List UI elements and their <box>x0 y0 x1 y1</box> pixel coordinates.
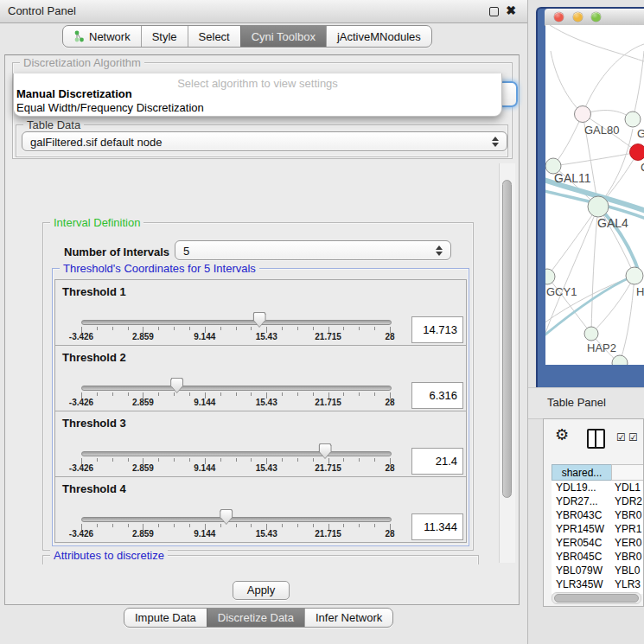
table-row[interactable]: YBL079WYBL0 <box>552 564 643 577</box>
threshold-slider[interactable] <box>81 386 392 391</box>
threshold-slider[interactable] <box>81 451 392 456</box>
threshold-row: Threshold 1 -3.4262.8599.14415.4321.7152… <box>54 279 467 346</box>
table-data-selected-value: galFiltered.sif default node <box>30 136 162 149</box>
slider-tick-label: 2.859 <box>132 529 154 539</box>
gear-icon[interactable]: ⚙ <box>555 425 569 443</box>
threshold-slider[interactable] <box>81 320 392 325</box>
slider-tick-label: 2.859 <box>132 398 154 407</box>
slider-tick-label: 9.144 <box>194 529 215 539</box>
table-row[interactable]: YDR27...YDR2 <box>552 494 643 508</box>
tab-cyni-toolbox[interactable]: Cyni Toolbox <box>240 26 326 47</box>
checkbox-icon[interactable]: ☑ <box>616 431 626 443</box>
threshold-rows: Threshold 1 -3.4262.8599.14415.4321.7152… <box>54 280 467 543</box>
checkbox-icon[interactable]: ☑ <box>628 431 638 443</box>
cell-shared-name: YPR145W <box>556 522 604 536</box>
network-node-top-right[interactable] <box>625 112 641 127</box>
table-panel-title: Table Panel <box>547 396 606 409</box>
slider-thumb[interactable] <box>253 312 266 328</box>
tab-label: Discretize Data <box>218 611 294 624</box>
combo-arrows-icon <box>492 136 499 148</box>
slider-tick-label: 28 <box>385 398 394 407</box>
tab-jactivemnodules[interactable]: jActiveMNodules <box>326 26 431 47</box>
threshold-row: Threshold 2 -3.4262.8599.14415.4321.7152… <box>54 345 467 411</box>
slider-tick-label: 15.43 <box>256 398 277 407</box>
table-row[interactable]: YBR045CYBR0 <box>552 550 643 564</box>
cell-name: YDR2 <box>615 494 642 508</box>
table-data-group-title: Table Data <box>23 118 84 131</box>
scrollbar-thumb[interactable] <box>502 180 512 498</box>
cyni-toolbox-panel: Discretization Algorithm Select algorith… <box>4 54 520 605</box>
float-window-icon[interactable] <box>489 7 499 16</box>
tab-infer-network[interactable]: Infer Network <box>304 609 392 627</box>
slider-tick-label: -3.426 <box>69 463 93 473</box>
number-of-intervals-label: Number of Intervals <box>64 245 169 258</box>
close-icon[interactable]: ✖ <box>506 3 516 17</box>
network-node-bottom-node[interactable] <box>612 355 628 365</box>
minimize-light-icon[interactable] <box>573 12 583 22</box>
cell-shared-name: YBR045C <box>556 550 602 564</box>
cell-shared-name: YDL19... <box>556 481 596 494</box>
table-row[interactable]: YBR043CYBR0 <box>552 508 643 522</box>
thresholds-group-title: Threshold's Coordinates for 5 Intervals <box>60 262 259 275</box>
node-label-GAL11: GAL11 <box>554 171 591 185</box>
discretization-algorithm-group-title: Discretization Algorithm <box>20 56 144 69</box>
tab-network[interactable]: Network <box>63 26 141 47</box>
network-node-H-node[interactable] <box>626 267 643 284</box>
cell-shared-name: YBR043C <box>556 508 602 522</box>
table-row[interactable]: YDL19...YDL1 <box>552 481 643 494</box>
node-label-GCY1: GCY1 <box>546 285 577 298</box>
network-view-window: GAL80GACGAL11GAL4GCY1HHAP2 <box>536 7 644 387</box>
zoom-light-icon[interactable] <box>591 12 601 22</box>
slider-thumb[interactable] <box>170 378 183 393</box>
dropdown-item-equal-width-frequency[interactable]: Equal Width/Frequency Discretization <box>16 101 204 114</box>
network-node-red-node[interactable] <box>630 144 644 161</box>
node-label-red-node: C <box>641 161 644 174</box>
cell-shared-name: YLR345W <box>556 577 603 591</box>
network-node-GAL4[interactable] <box>588 196 609 217</box>
split-columns-icon[interactable] <box>587 429 605 449</box>
close-light-icon[interactable] <box>554 12 564 22</box>
cell-name: YDL1 <box>615 481 641 494</box>
number-of-intervals-combobox[interactable]: 5 <box>175 240 451 260</box>
threshold-row: Threshold 3 -3.4262.8599.14415.4321.7152… <box>54 411 467 477</box>
network-node-GAL80[interactable] <box>575 106 591 123</box>
network-window-titlebar[interactable] <box>545 9 644 26</box>
cell-name: YER0 <box>615 536 641 550</box>
tab-label: Style <box>152 30 177 43</box>
dropdown-item-manual-discretization[interactable]: Manual Discretization <box>16 87 132 100</box>
cell-name: YBR0 <box>615 508 641 522</box>
tab-style[interactable]: Style <box>141 26 188 47</box>
network-canvas[interactable]: GAL80GACGAL11GAL4GCY1HHAP2 <box>545 25 644 365</box>
tab-impute-data[interactable]: Impute Data <box>124 609 207 627</box>
panel-vertical-scrollbar[interactable] <box>499 163 515 563</box>
table-data-combobox[interactable]: galFiltered.sif default node <box>22 131 507 151</box>
settings-scroll-viewport: Interval Definition Number of Intervals … <box>10 160 499 564</box>
table-row[interactable]: YLR345WYLR3 <box>552 577 643 591</box>
slider-tick-label: 28 <box>385 529 394 539</box>
tab-discretize-data[interactable]: Discretize Data <box>207 609 304 627</box>
node-label-H-node: H <box>636 285 644 298</box>
numerical-attributes-label: Numerical Attributes <box>50 562 160 564</box>
table-row[interactable]: YPR145WYPR1 <box>552 522 643 536</box>
threshold-value-field[interactable]: 14.713 <box>411 316 463 343</box>
node-label-top-right: GA <box>637 127 644 140</box>
column-header-shared-name[interactable]: shared... <box>552 464 612 481</box>
slider-thumb[interactable] <box>220 509 233 525</box>
table-horizontal-scrollbar[interactable] <box>552 592 641 604</box>
column-header-name[interactable]: n <box>611 464 643 481</box>
threshold-value-field[interactable]: 11.344 <box>411 513 463 540</box>
interval-definition-title: Interval Definition <box>50 216 143 229</box>
number-of-intervals-value: 5 <box>183 245 189 258</box>
control-panel-titlebar: Control Panel ✖ <box>0 0 527 23</box>
slider-tick-label: 28 <box>385 332 394 341</box>
threshold-value-field[interactable]: 21.4 <box>411 448 463 475</box>
threshold-value-field[interactable]: 6.316 <box>411 382 463 409</box>
table-row[interactable]: YER054CYER0 <box>552 536 643 550</box>
apply-button[interactable]: Apply <box>233 581 290 600</box>
network-node-GCY1[interactable] <box>545 269 555 284</box>
threshold-slider[interactable] <box>81 517 392 522</box>
slider-tick-label: -3.426 <box>69 332 93 341</box>
slider-thumb[interactable] <box>319 443 332 459</box>
tab-select[interactable]: Select <box>188 26 240 47</box>
network-node-HAP2[interactable] <box>584 327 598 341</box>
